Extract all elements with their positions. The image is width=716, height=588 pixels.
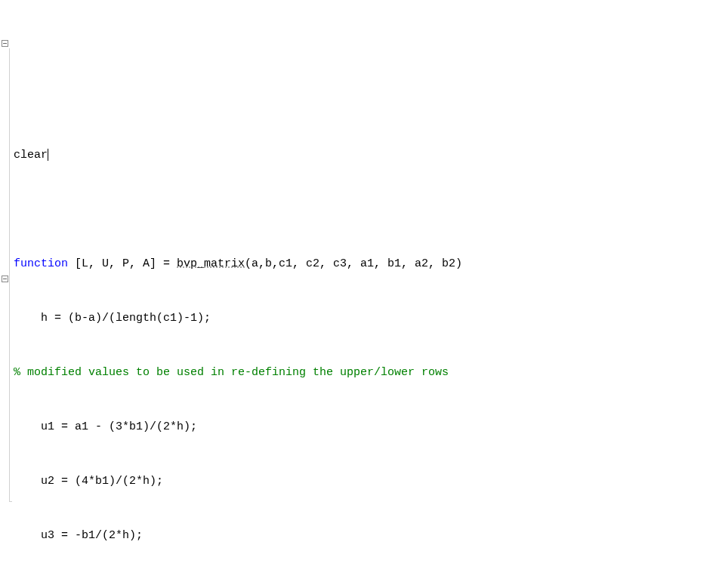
- code-line: u3 = -b1/(2*h);: [14, 527, 716, 545]
- code-line: function [L, U, P, A] = bvp_matrix(a,b,c…: [14, 255, 716, 273]
- code-text: (a,b,c1, c2, c3, a1, b1, a2, b2): [245, 257, 462, 270]
- code-line: h = (b-a)/(length(c1)-1);: [14, 309, 716, 328]
- code-text: h = (b-a)/(length(c1)-1);: [14, 312, 211, 325]
- fold-line-function: [9, 48, 10, 501]
- code-line: u2 = (4*b1)/(2*h);: [14, 473, 716, 491]
- code-line: u1 = a1 - (3*b1)/(2*h);: [14, 418, 716, 436]
- fold-toggle-function[interactable]: [2, 40, 8, 47]
- fold-end-function: [9, 501, 12, 502]
- keyword-function: function: [14, 257, 68, 270]
- code-line: [14, 201, 716, 219]
- code-text: u1 = a1 - (3*b1)/(2*h);: [14, 420, 197, 433]
- code-line: % modified values to be used in re-defin…: [14, 364, 716, 382]
- code-editor[interactable]: clear function [L, U, P, A] = bvp_matrix…: [0, 0, 716, 588]
- code-text: u3 = -b1/(2*h);: [14, 529, 143, 542]
- code-line: clear: [14, 146, 716, 165]
- text-cursor: [48, 149, 48, 161]
- fold-toggle-for[interactable]: [2, 276, 8, 282]
- code-text: u2 = (4*b1)/(2*h);: [14, 475, 163, 488]
- code-text: [L, U, P, A] =: [68, 257, 177, 270]
- code-line: [14, 581, 716, 588]
- code-text: clear: [14, 149, 48, 162]
- comment: % modified values to be used in re-defin…: [14, 366, 449, 379]
- function-name: bvp_matrix: [177, 257, 245, 270]
